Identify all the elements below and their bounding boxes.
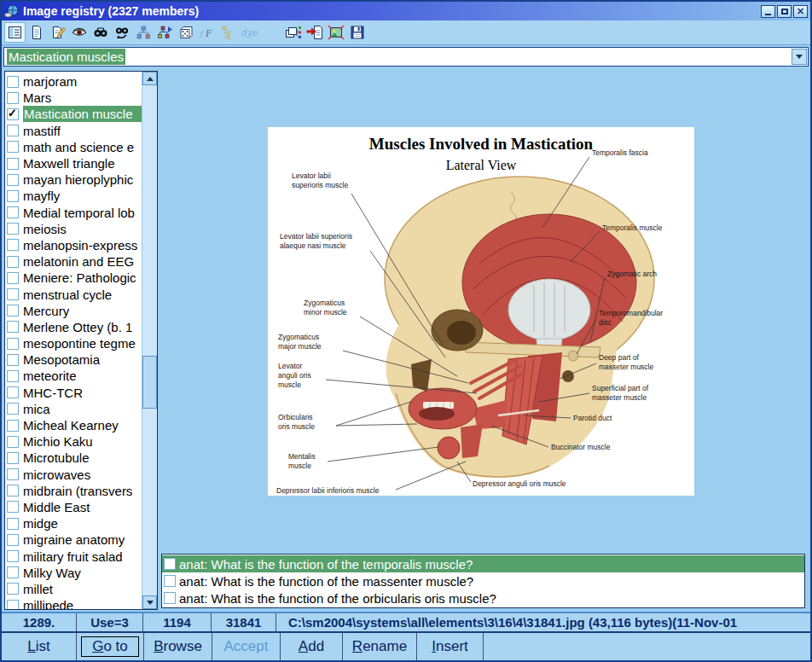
list-item[interactable]: Merlene Ottey (b. 1 bbox=[5, 319, 142, 335]
close-button[interactable]: × bbox=[793, 5, 808, 18]
checkbox[interactable] bbox=[7, 354, 19, 366]
list-item[interactable]: MHC-TCR bbox=[5, 385, 142, 401]
list-item[interactable]: menstrual cycle bbox=[5, 286, 142, 302]
browse-button[interactable]: Browse bbox=[148, 637, 207, 656]
checkbox[interactable] bbox=[7, 485, 19, 496]
titlebar[interactable]: Image registry (2327 members) × bbox=[2, 2, 810, 20]
combo-dropdown-button[interactable] bbox=[792, 49, 807, 65]
checkbox[interactable] bbox=[7, 370, 19, 382]
dze-script-icon[interactable]: dʒe bbox=[239, 22, 260, 43]
list-item[interactable]: midbrain (transvers bbox=[5, 483, 142, 499]
scroll-down-button[interactable] bbox=[142, 595, 157, 609]
rename-button[interactable]: Rename bbox=[347, 637, 412, 656]
list-item[interactable]: Medial temporal lob bbox=[5, 205, 142, 221]
list-item[interactable]: Microtubule bbox=[5, 450, 142, 466]
list-item[interactable]: midge bbox=[5, 515, 142, 531]
list-item-selected[interactable]: Mastication muscle bbox=[5, 106, 142, 122]
checkbox[interactable] bbox=[7, 239, 19, 251]
checkbox[interactable] bbox=[7, 158, 19, 170]
hierarchy-go-icon[interactable] bbox=[154, 22, 175, 43]
list-item[interactable]: mayfly bbox=[5, 188, 142, 204]
checkbox[interactable] bbox=[7, 501, 19, 513]
checkbox[interactable] bbox=[7, 436, 19, 448]
checkbox[interactable] bbox=[7, 190, 19, 202]
list-item[interactable]: meteorite bbox=[5, 368, 142, 384]
checkbox[interactable] bbox=[7, 223, 19, 235]
checkbox[interactable] bbox=[7, 518, 19, 530]
hierarchy-icon[interactable] bbox=[132, 22, 154, 43]
list-item[interactable]: Maxwell triangle bbox=[5, 155, 142, 171]
add-button[interactable]: Add bbox=[293, 637, 329, 656]
go-to-button[interactable]: Go to bbox=[81, 636, 139, 657]
tree-list-icon[interactable] bbox=[218, 22, 239, 43]
checkbox[interactable] bbox=[7, 600, 19, 609]
import-image-icon[interactable] bbox=[304, 22, 325, 43]
checkbox[interactable] bbox=[164, 558, 176, 570]
document-icon[interactable] bbox=[26, 22, 47, 43]
question-item[interactable]: anat: What is the function of the orbicu… bbox=[162, 589, 804, 607]
save-icon[interactable] bbox=[346, 22, 368, 43]
checkbox[interactable] bbox=[7, 452, 19, 464]
list-item[interactable]: mesopontine tegme bbox=[5, 335, 142, 351]
list-item[interactable]: melanopsin-express bbox=[5, 237, 142, 253]
minimize-button[interactable] bbox=[761, 5, 775, 18]
list-item[interactable]: migraine anatomy bbox=[5, 531, 142, 548]
checkbox[interactable] bbox=[7, 550, 19, 562]
list-item[interactable]: military fruit salad bbox=[5, 548, 142, 564]
checkbox[interactable] bbox=[7, 321, 19, 333]
checkbox[interactable] bbox=[7, 125, 19, 136]
list-item[interactable]: Middle East bbox=[5, 499, 142, 515]
table-cube-icon[interactable] bbox=[175, 22, 196, 43]
scroll-track[interactable] bbox=[142, 85, 157, 595]
checkbox-checked[interactable] bbox=[7, 108, 19, 120]
checkbox[interactable] bbox=[7, 583, 19, 595]
list-item[interactable]: mastiff bbox=[5, 123, 142, 139]
question-item[interactable]: anat: What is the function of the massen… bbox=[162, 572, 804, 589]
checkbox[interactable] bbox=[164, 575, 176, 587]
checkbox[interactable] bbox=[7, 566, 19, 578]
font-size-icon[interactable]: fF bbox=[196, 22, 218, 43]
insert-button[interactable]: Insert bbox=[426, 637, 473, 656]
search-combo[interactable]: Mastication muscles bbox=[3, 47, 809, 67]
list-item[interactable]: mica bbox=[5, 401, 142, 417]
checkbox[interactable] bbox=[7, 141, 19, 153]
checkbox[interactable] bbox=[7, 174, 19, 186]
list-item[interactable]: Mercury bbox=[5, 303, 142, 319]
eye-view-icon[interactable] bbox=[68, 22, 90, 43]
list-item[interactable]: millet bbox=[5, 581, 142, 597]
checkbox[interactable] bbox=[7, 288, 19, 300]
checkbox[interactable] bbox=[7, 305, 19, 316]
list-item[interactable]: Meniere: Pathologic bbox=[5, 270, 142, 286]
cascade-windows-icon[interactable] bbox=[282, 22, 304, 43]
list-item[interactable]: meiosis bbox=[5, 221, 142, 237]
list-item[interactable]: math and science e bbox=[5, 139, 142, 155]
form-view-icon[interactable] bbox=[4, 22, 26, 43]
checkbox[interactable] bbox=[7, 420, 19, 432]
list-item[interactable]: mayan hieroplyphic bbox=[5, 171, 142, 188]
question-item-selected[interactable]: anat: What is the function of the tempor… bbox=[162, 555, 804, 572]
find-icon[interactable] bbox=[90, 22, 111, 43]
fit-image-icon[interactable] bbox=[325, 22, 346, 43]
edit-document-icon[interactable] bbox=[47, 22, 68, 43]
list-item[interactable]: Michio Kaku bbox=[5, 433, 142, 450]
maximize-button[interactable] bbox=[777, 5, 792, 18]
checkbox[interactable] bbox=[7, 76, 19, 88]
checkbox[interactable] bbox=[164, 592, 176, 604]
list-item[interactable]: microwaves bbox=[5, 467, 142, 483]
checkbox[interactable] bbox=[7, 338, 19, 350]
scroll-up-button[interactable] bbox=[142, 72, 157, 85]
list-item[interactable]: Mars bbox=[5, 90, 142, 106]
checkbox[interactable] bbox=[7, 403, 19, 415]
list-item[interactable]: melatonin and EEG bbox=[5, 253, 142, 270]
checkbox[interactable] bbox=[7, 272, 19, 284]
list-item[interactable]: Milky Way bbox=[5, 565, 142, 581]
checkbox[interactable] bbox=[7, 386, 19, 398]
checkbox[interactable] bbox=[7, 468, 19, 480]
checkbox[interactable] bbox=[7, 92, 19, 104]
checkbox[interactable] bbox=[7, 206, 19, 218]
checkbox[interactable] bbox=[7, 534, 19, 546]
checkbox[interactable] bbox=[7, 256, 19, 268]
list-item[interactable]: Mesopotamia bbox=[5, 351, 142, 368]
list-item[interactable]: millipede bbox=[5, 597, 142, 609]
scroll-thumb[interactable] bbox=[142, 356, 157, 409]
